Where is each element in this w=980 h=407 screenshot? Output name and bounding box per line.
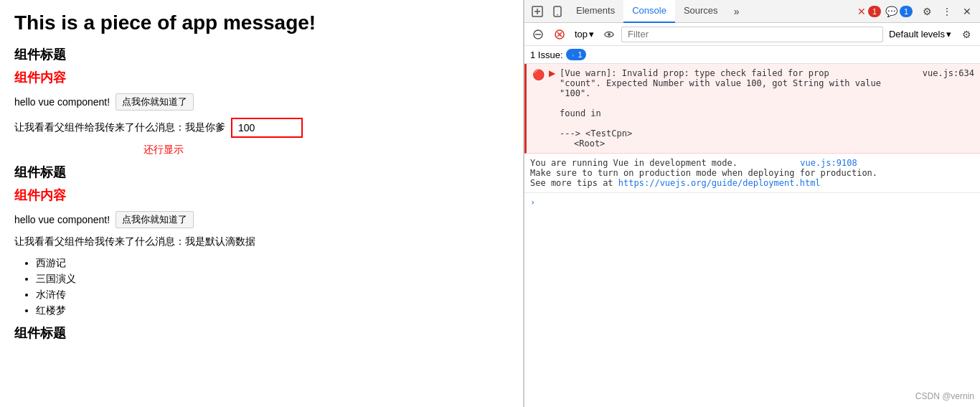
prop-row-2: 让我看看父组件给我传来了什么消息：我是默认滴数据 — [14, 235, 509, 248]
prop-input-1[interactable] — [231, 118, 303, 138]
console-error-row: 🔴 ▶ vue.js:634 [Vue warn]: Invalid prop:… — [524, 64, 980, 154]
error-circle-icon: 🔴 — [532, 69, 545, 80]
issues-text: 1 Issue: — [530, 50, 563, 60]
info-line3-prefix: See more tips at — [530, 178, 618, 188]
tab-sources[interactable]: Sources — [675, 0, 727, 23]
filter-toggle-btn[interactable] — [550, 25, 569, 44]
devtools-close-btn[interactable]: ✕ — [957, 1, 977, 22]
default-levels-label: Default levels — [889, 29, 945, 39]
devtools-more-btn[interactable]: ⋮ — [937, 1, 957, 22]
prop-text-1: 让我看看父组件给我传来了什么消息：我是你爹 — [14, 121, 225, 134]
console-info-text: You are running Vue in development mode.… — [530, 158, 974, 188]
svg-text:i: i — [573, 53, 573, 57]
device-toggle-icon[interactable] — [547, 1, 567, 22]
component-title-2: 组件标题 — [14, 164, 509, 181]
error-message-body: vue.js:634 [Vue warn]: Invalid prop: typ… — [560, 68, 974, 149]
info-line1: You are running Vue in development mode. — [530, 158, 738, 168]
hello-text-1: hello vue component! — [14, 96, 110, 108]
error-line1: [Vue warn]: Invalid prop: type check fai… — [560, 68, 829, 78]
component-content-2: 组件内容 — [14, 187, 509, 204]
info-deployment-link[interactable]: https://vuejs.org/guide/deployment.html — [618, 178, 821, 188]
devtools-settings-btn[interactable]: ⚙ — [917, 1, 937, 22]
info-count-badge: 1 — [900, 6, 913, 17]
hello-text-2: hello vue component! — [14, 214, 110, 225]
svg-point-2 — [557, 14, 558, 15]
error-component-tree1: ---> <TestCpn> — [560, 128, 632, 139]
book-item: 水浒传 — [36, 289, 509, 301]
error-source-link[interactable]: vue.js:634 — [923, 68, 974, 78]
top-label: top — [575, 29, 588, 39]
devtools-panel: Elements Console Sources » ✕ 1 💬 1 ⚙ ⋮ ✕… — [524, 0, 980, 407]
click-button-2[interactable]: 点我你就知道了 — [116, 211, 194, 228]
also-show-link[interactable]: 还行显示 — [143, 144, 509, 156]
default-levels-dropdown[interactable]: Default levels ▾ — [886, 27, 954, 41]
issues-count: i 1 — [566, 49, 586, 60]
prop-text-2: 让我看看父组件给我传来了什么消息：我是默认滴数据 — [14, 235, 255, 247]
book-item: 西游记 — [36, 257, 509, 270]
error-found-in: found in — [560, 108, 601, 118]
hello-row-2: hello vue component! 点我你就知道了 — [14, 211, 509, 228]
svg-point-9 — [608, 33, 611, 36]
filter-input[interactable] — [621, 27, 883, 42]
expand-error-btn[interactable]: ▶ — [549, 68, 555, 78]
console-content: 🔴 ▶ vue.js:634 [Vue warn]: Invalid prop:… — [524, 64, 980, 407]
error-badge-group: ✕ 1 — [857, 6, 881, 17]
tab-elements[interactable]: Elements — [567, 0, 623, 23]
prompt-caret: › — [530, 197, 535, 207]
devtools-toolbar: top ▾ Default levels ▾ ⚙ — [524, 23, 980, 46]
book-item: 红楼梦 — [36, 304, 509, 317]
console-settings-btn[interactable]: ⚙ — [957, 25, 976, 44]
books-list: 西游记 三国演义 水浒传 红楼梦 — [36, 257, 509, 317]
more-tabs-btn[interactable]: » — [727, 1, 747, 22]
book-item: 三国演义 — [36, 273, 509, 286]
error-line3: "100". — [560, 88, 590, 98]
info-line2: Make sure to turn on production mode whe… — [530, 168, 877, 178]
hello-row-1: hello vue component! 点我你就知道了 — [14, 93, 509, 111]
info-icon-badge: 💬 — [885, 6, 897, 17]
component-title-last: 组件标题 — [14, 324, 509, 342]
console-prompt-row[interactable]: › — [524, 193, 980, 212]
error-icon-badge: ✕ — [857, 6, 866, 17]
levels-dropdown-arrow: ▾ — [946, 29, 951, 39]
context-selector[interactable]: top ▾ — [572, 27, 597, 41]
clear-console-btn[interactable] — [529, 25, 547, 44]
info-source-link1[interactable]: vue.js:9108 — [800, 158, 857, 168]
component-content-1: 组件内容 — [14, 69, 509, 86]
tab-console[interactable]: Console — [623, 0, 675, 23]
devtools-tabs: Elements Console Sources » ✕ 1 💬 1 ⚙ ⋮ ✕ — [524, 0, 980, 23]
click-button-1[interactable]: 点我你就知道了 — [116, 93, 194, 111]
console-info-row: You are running Vue in development mode.… — [524, 154, 980, 193]
watermark: CSDN @vernin — [915, 391, 974, 401]
error-component-tree2: <Root> — [560, 139, 605, 149]
eye-icon-btn[interactable] — [600, 25, 618, 44]
inspect-element-icon[interactable] — [527, 1, 547, 22]
app-message: This is a piece of app message! — [14, 11, 509, 34]
left-panel: This is a piece of app message! 组件标题 组件内… — [0, 0, 524, 407]
info-badge-group: 💬 1 — [885, 6, 913, 17]
issues-bar: 1 Issue: i 1 — [524, 46, 980, 64]
component-title-1: 组件标题 — [14, 46, 509, 63]
prop-row-1: 让我看看父组件给我传来了什么消息：我是你爹 — [14, 118, 509, 138]
error-line2: "count". Expected Number with value 100,… — [560, 78, 881, 88]
error-count-badge: 1 — [868, 6, 881, 17]
dropdown-arrow-icon: ▾ — [589, 29, 594, 39]
